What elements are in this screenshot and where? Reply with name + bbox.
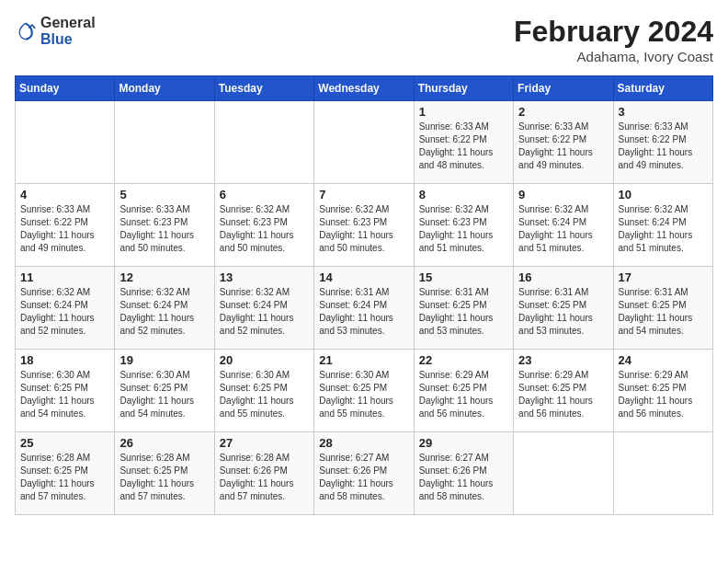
- calendar-cell: 17Sunrise: 6:31 AM Sunset: 6:25 PM Dayli…: [613, 267, 712, 350]
- calendar-cell: 21Sunrise: 6:30 AM Sunset: 6:25 PM Dayli…: [314, 350, 414, 432]
- day-number: 15: [419, 270, 508, 284]
- day-info: Sunrise: 6:28 AM Sunset: 6:25 PM Dayligh…: [119, 452, 209, 503]
- day-number: 20: [220, 353, 309, 367]
- calendar-cell: 15Sunrise: 6:31 AM Sunset: 6:25 PM Dayli…: [414, 267, 513, 350]
- calendar-cell: [314, 101, 414, 184]
- day-number: 28: [319, 436, 408, 450]
- calendar-cell: 24Sunrise: 6:29 AM Sunset: 6:25 PM Dayli…: [613, 350, 712, 432]
- calendar-cell: [613, 432, 712, 515]
- day-number: 26: [119, 436, 209, 450]
- day-number: 12: [119, 270, 209, 284]
- day-number: 5: [119, 188, 209, 201]
- day-info: Sunrise: 6:32 AM Sunset: 6:23 PM Dayligh…: [419, 203, 508, 255]
- logo-blue-text: Blue: [40, 31, 96, 48]
- day-number: 21: [319, 353, 408, 367]
- location-subtitle: Adahama, Ivory Coast: [514, 49, 713, 64]
- day-info: Sunrise: 6:30 AM Sunset: 6:25 PM Dayligh…: [220, 369, 309, 420]
- day-info: Sunrise: 6:31 AM Sunset: 6:24 PM Dayligh…: [319, 286, 408, 338]
- calendar-week-row: 11Sunrise: 6:32 AM Sunset: 6:24 PM Dayli…: [16, 267, 713, 350]
- month-year-title: February 2024: [514, 15, 713, 49]
- day-info: Sunrise: 6:28 AM Sunset: 6:25 PM Dayligh…: [20, 452, 109, 503]
- weekday-header-thursday: Thursday: [414, 76, 513, 101]
- calendar-week-row: 4Sunrise: 6:33 AM Sunset: 6:22 PM Daylig…: [16, 184, 713, 267]
- weekday-header-tuesday: Tuesday: [214, 76, 313, 101]
- calendar-cell: 29Sunrise: 6:27 AM Sunset: 6:26 PM Dayli…: [414, 432, 513, 515]
- calendar-week-row: 25Sunrise: 6:28 AM Sunset: 6:25 PM Dayli…: [16, 432, 713, 515]
- day-info: Sunrise: 6:32 AM Sunset: 6:23 PM Dayligh…: [220, 203, 309, 255]
- day-number: 9: [518, 188, 608, 201]
- logo: General Blue: [15, 15, 96, 47]
- weekday-header-friday: Friday: [514, 76, 613, 101]
- calendar-cell: 8Sunrise: 6:32 AM Sunset: 6:23 PM Daylig…: [414, 184, 513, 267]
- day-info: Sunrise: 6:31 AM Sunset: 6:25 PM Dayligh…: [619, 286, 708, 338]
- day-number: 4: [20, 188, 109, 201]
- day-number: 6: [220, 188, 309, 201]
- day-number: 24: [619, 353, 708, 367]
- calendar-cell: 12Sunrise: 6:32 AM Sunset: 6:24 PM Dayli…: [115, 267, 214, 350]
- day-info: Sunrise: 6:27 AM Sunset: 6:26 PM Dayligh…: [419, 452, 508, 503]
- day-number: 25: [20, 436, 109, 450]
- calendar-cell: [115, 101, 214, 184]
- day-info: Sunrise: 6:29 AM Sunset: 6:25 PM Dayligh…: [419, 369, 508, 420]
- day-info: Sunrise: 6:32 AM Sunset: 6:24 PM Dayligh…: [220, 286, 309, 338]
- calendar-header: SundayMondayTuesdayWednesdayThursdayFrid…: [16, 76, 713, 101]
- calendar-body: 1Sunrise: 6:33 AM Sunset: 6:22 PM Daylig…: [16, 101, 713, 515]
- calendar-cell: 14Sunrise: 6:31 AM Sunset: 6:24 PM Dayli…: [314, 267, 414, 350]
- weekday-header-sunday: Sunday: [16, 76, 115, 101]
- calendar-week-row: 1Sunrise: 6:33 AM Sunset: 6:22 PM Daylig…: [16, 101, 713, 184]
- day-number: 2: [518, 105, 608, 119]
- title-block: February 2024 Adahama, Ivory Coast: [514, 15, 713, 64]
- day-info: Sunrise: 6:33 AM Sunset: 6:23 PM Dayligh…: [119, 203, 209, 255]
- calendar-cell: 13Sunrise: 6:32 AM Sunset: 6:24 PM Dayli…: [214, 267, 313, 350]
- day-number: 8: [419, 188, 508, 201]
- day-info: Sunrise: 6:28 AM Sunset: 6:26 PM Dayligh…: [220, 452, 309, 503]
- day-number: 17: [619, 270, 708, 284]
- day-info: Sunrise: 6:32 AM Sunset: 6:24 PM Dayligh…: [518, 203, 608, 255]
- day-info: Sunrise: 6:30 AM Sunset: 6:25 PM Dayligh…: [20, 369, 109, 420]
- calendar-cell: 9Sunrise: 6:32 AM Sunset: 6:24 PM Daylig…: [514, 184, 613, 267]
- calendar-cell: 5Sunrise: 6:33 AM Sunset: 6:23 PM Daylig…: [115, 184, 214, 267]
- day-info: Sunrise: 6:30 AM Sunset: 6:25 PM Dayligh…: [119, 369, 209, 420]
- calendar-cell: 28Sunrise: 6:27 AM Sunset: 6:26 PM Dayli…: [314, 432, 414, 515]
- weekday-header-saturday: Saturday: [613, 76, 712, 101]
- calendar-cell: 19Sunrise: 6:30 AM Sunset: 6:25 PM Dayli…: [115, 350, 214, 432]
- day-number: 19: [119, 353, 209, 367]
- day-info: Sunrise: 6:33 AM Sunset: 6:22 PM Dayligh…: [518, 121, 608, 172]
- day-info: Sunrise: 6:31 AM Sunset: 6:25 PM Dayligh…: [419, 286, 508, 338]
- calendar-cell: [514, 432, 613, 515]
- day-info: Sunrise: 6:33 AM Sunset: 6:22 PM Dayligh…: [619, 121, 708, 172]
- calendar-cell: 11Sunrise: 6:32 AM Sunset: 6:24 PM Dayli…: [16, 267, 115, 350]
- day-number: 22: [419, 353, 508, 367]
- day-info: Sunrise: 6:29 AM Sunset: 6:25 PM Dayligh…: [518, 369, 608, 420]
- day-info: Sunrise: 6:29 AM Sunset: 6:25 PM Dayligh…: [619, 369, 708, 420]
- calendar-cell: 16Sunrise: 6:31 AM Sunset: 6:25 PM Dayli…: [514, 267, 613, 350]
- calendar-table: SundayMondayTuesdayWednesdayThursdayFrid…: [15, 75, 713, 515]
- calendar-cell: 2Sunrise: 6:33 AM Sunset: 6:22 PM Daylig…: [514, 101, 613, 184]
- weekday-header-monday: Monday: [115, 76, 214, 101]
- calendar-cell: 4Sunrise: 6:33 AM Sunset: 6:22 PM Daylig…: [16, 184, 115, 267]
- day-info: Sunrise: 6:27 AM Sunset: 6:26 PM Dayligh…: [319, 452, 408, 503]
- day-number: 16: [518, 270, 608, 284]
- calendar-cell: 20Sunrise: 6:30 AM Sunset: 6:25 PM Dayli…: [214, 350, 313, 432]
- weekday-header-row: SundayMondayTuesdayWednesdayThursdayFrid…: [16, 76, 713, 101]
- day-number: 18: [20, 353, 109, 367]
- day-info: Sunrise: 6:33 AM Sunset: 6:22 PM Dayligh…: [419, 121, 508, 172]
- day-number: 7: [319, 188, 408, 201]
- day-info: Sunrise: 6:33 AM Sunset: 6:22 PM Dayligh…: [20, 203, 109, 255]
- day-number: 1: [419, 105, 508, 119]
- calendar-cell: 1Sunrise: 6:33 AM Sunset: 6:22 PM Daylig…: [414, 101, 513, 184]
- calendar-cell: 22Sunrise: 6:29 AM Sunset: 6:25 PM Dayli…: [414, 350, 513, 432]
- day-info: Sunrise: 6:32 AM Sunset: 6:24 PM Dayligh…: [619, 203, 708, 255]
- calendar-cell: 26Sunrise: 6:28 AM Sunset: 6:25 PM Dayli…: [115, 432, 214, 515]
- calendar-cell: [16, 101, 115, 184]
- day-number: 23: [518, 353, 608, 367]
- day-info: Sunrise: 6:31 AM Sunset: 6:25 PM Dayligh…: [518, 286, 608, 338]
- day-number: 11: [20, 270, 109, 284]
- day-info: Sunrise: 6:32 AM Sunset: 6:24 PM Dayligh…: [20, 286, 109, 338]
- calendar-cell: 18Sunrise: 6:30 AM Sunset: 6:25 PM Dayli…: [16, 350, 115, 432]
- calendar-cell: 23Sunrise: 6:29 AM Sunset: 6:25 PM Dayli…: [514, 350, 613, 432]
- weekday-header-wednesday: Wednesday: [314, 76, 414, 101]
- day-info: Sunrise: 6:30 AM Sunset: 6:25 PM Dayligh…: [319, 369, 408, 420]
- calendar-cell: 7Sunrise: 6:32 AM Sunset: 6:23 PM Daylig…: [314, 184, 414, 267]
- calendar-cell: [214, 101, 313, 184]
